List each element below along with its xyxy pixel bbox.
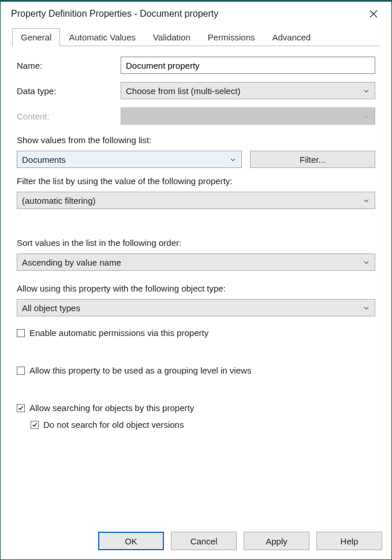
content-select bbox=[121, 107, 375, 125]
content-label: Content: bbox=[17, 111, 121, 121]
values-list-value: Documents bbox=[22, 155, 66, 165]
sort-values-label: Sort values in the list in the following… bbox=[17, 238, 375, 248]
dialog-button-bar: OK Cancel Apply Help bbox=[1, 524, 391, 559]
chevron-down-icon bbox=[364, 89, 369, 93]
allow-object-type-label: Allow using this property with the follo… bbox=[17, 283, 375, 293]
tab-permissions[interactable]: Permissions bbox=[199, 28, 264, 46]
show-values-label: Show values from the following list: bbox=[17, 135, 375, 145]
chevron-down-icon bbox=[364, 307, 369, 310]
object-type-value: All object types bbox=[22, 303, 80, 313]
titlebar: Property Definition Properties - Documen… bbox=[1, 2, 391, 26]
allow-grouping-checkbox[interactable] bbox=[17, 367, 25, 375]
chevron-down-icon bbox=[364, 115, 369, 118]
no-old-versions-checkbox[interactable] bbox=[31, 421, 39, 429]
allow-search-label: Allow searching for objects by this prop… bbox=[29, 403, 194, 413]
enable-permissions-label: Enable automatic permissions via this pr… bbox=[29, 328, 208, 338]
help-button[interactable]: Help bbox=[316, 532, 382, 550]
apply-button[interactable]: Apply bbox=[244, 532, 309, 550]
object-type-select[interactable]: All object types bbox=[17, 299, 375, 316]
filter-property-value: (automatic filtering) bbox=[22, 196, 96, 206]
chevron-down-icon bbox=[364, 199, 369, 203]
chevron-down-icon bbox=[364, 261, 369, 264]
ok-button[interactable]: OK bbox=[98, 532, 164, 550]
name-label: Name: bbox=[17, 61, 121, 70]
datatype-label: Data type: bbox=[17, 86, 121, 96]
cancel-button[interactable]: Cancel bbox=[171, 532, 237, 550]
values-list-select[interactable]: Documents bbox=[17, 151, 242, 168]
sort-order-select[interactable]: Ascending by value name bbox=[17, 253, 375, 271]
filter-button[interactable]: Filter... bbox=[250, 151, 375, 168]
sort-order-value: Ascending by value name bbox=[22, 257, 121, 267]
filter-list-label: Filter the list by using the value of th… bbox=[17, 176, 375, 186]
tabstrip: General Automatic Values Validation Perm… bbox=[12, 28, 380, 46]
window-title: Property Definition Properties - Documen… bbox=[11, 9, 363, 19]
close-button[interactable] bbox=[363, 5, 384, 23]
tab-advanced[interactable]: Advanced bbox=[263, 28, 319, 46]
allow-search-checkbox[interactable] bbox=[17, 404, 25, 412]
tab-general[interactable]: General bbox=[12, 28, 60, 47]
enable-permissions-checkbox[interactable] bbox=[17, 329, 25, 337]
datatype-select[interactable]: Choose from list (multi-select) bbox=[121, 82, 375, 99]
filter-property-select[interactable]: (automatic filtering) bbox=[17, 192, 375, 209]
name-input[interactable] bbox=[121, 57, 375, 74]
datatype-value: Choose from list (multi-select) bbox=[126, 86, 240, 96]
tab-automatic-values[interactable]: Automatic Values bbox=[60, 28, 144, 46]
general-panel: Name: Data type: Choose from list (multi… bbox=[1, 46, 391, 430]
chevron-down-icon bbox=[230, 158, 236, 162]
tab-validation[interactable]: Validation bbox=[144, 28, 199, 46]
close-icon bbox=[369, 10, 378, 18]
dialog-window: Property Definition Properties - Documen… bbox=[0, 0, 392, 560]
allow-grouping-label: Allow this property to be used as a grou… bbox=[29, 365, 251, 375]
no-old-versions-label: Do not search for old object versions bbox=[43, 420, 184, 430]
